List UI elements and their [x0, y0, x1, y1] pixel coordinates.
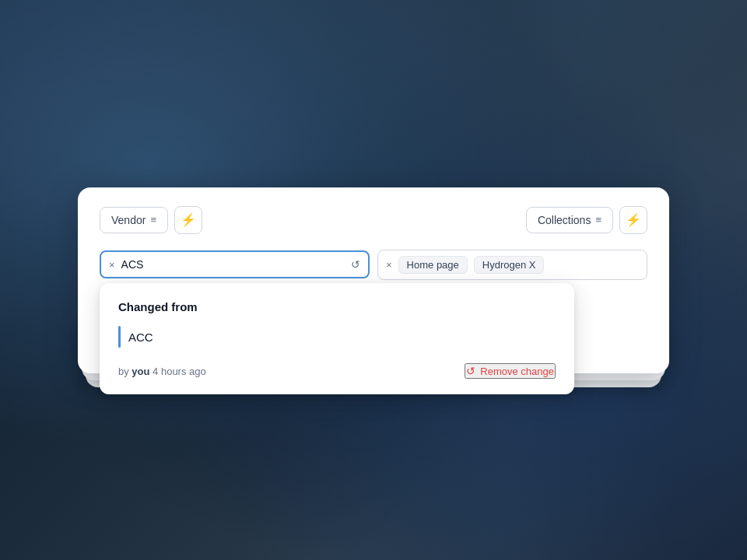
by-user: you	[132, 366, 149, 377]
collections-lightning-button[interactable]: ⚡	[619, 206, 647, 234]
acs-close-button[interactable]: ×	[109, 259, 115, 271]
tags-wrapper: × Home page Hydrogen X	[377, 250, 647, 280]
tag-homepage[interactable]: Home page	[398, 256, 468, 274]
toolbar-right: Collections ≡ ⚡	[526, 206, 647, 234]
card-main: Vendor ≡ ⚡ Collections ≡ ⚡	[78, 187, 669, 373]
filter-rows: × ↺ Changed from ACC by	[100, 250, 647, 348]
remove-label: Remove change	[480, 366, 554, 377]
acs-undo-button[interactable]: ↺	[351, 258, 360, 271]
tooltip-footer: by you 4 hours ago ↺ Remove change	[118, 363, 556, 379]
tooltip-changed-value: ACC	[118, 326, 556, 348]
card-stack: Vendor ≡ ⚡ Collections ≡ ⚡	[78, 187, 669, 373]
collections-lightning-icon: ⚡	[626, 212, 641, 227]
changed-text: ACC	[128, 331, 153, 344]
acs-input[interactable]	[121, 258, 345, 271]
collections-label: Collections	[538, 214, 591, 226]
vendor-filter-button[interactable]: Vendor ≡	[100, 207, 168, 233]
collections-filter-button[interactable]: Collections ≡	[526, 207, 613, 233]
vendor-filter-icon: ≡	[150, 214, 156, 226]
filter-row-1-left: × ↺ Changed from ACC by	[100, 250, 370, 278]
vendor-lightning-button[interactable]: ⚡	[174, 206, 202, 234]
tooltip-header: Changed from	[118, 300, 556, 313]
remove-change-button[interactable]: ↺ Remove change	[465, 363, 556, 379]
main-wrapper: Vendor ≡ ⚡ Collections ≡ ⚡	[0, 0, 747, 560]
collections-close-button[interactable]: ×	[386, 259, 392, 271]
collections-filter-icon: ≡	[595, 214, 601, 226]
acs-input-wrapper[interactable]: × ↺	[100, 250, 370, 278]
toolbar-row: Vendor ≡ ⚡ Collections ≡ ⚡	[100, 206, 647, 234]
remove-icon: ↺	[466, 365, 475, 377]
filter-row-1-right: × Home page Hydrogen X	[377, 250, 647, 280]
changed-from-tooltip: Changed from ACC by you 4 hours ago ↺ Re…	[100, 283, 574, 394]
vendor-lightning-icon: ⚡	[181, 212, 196, 227]
by-text: by you 4 hours ago	[118, 366, 206, 377]
toolbar-left: Vendor ≡ ⚡	[100, 206, 202, 234]
filter-row-1: × ↺ Changed from ACC by	[100, 250, 647, 280]
left-bar	[118, 326, 121, 348]
vendor-label: Vendor	[111, 214, 146, 226]
tag-hydrogenx[interactable]: Hydrogen X	[474, 256, 545, 274]
